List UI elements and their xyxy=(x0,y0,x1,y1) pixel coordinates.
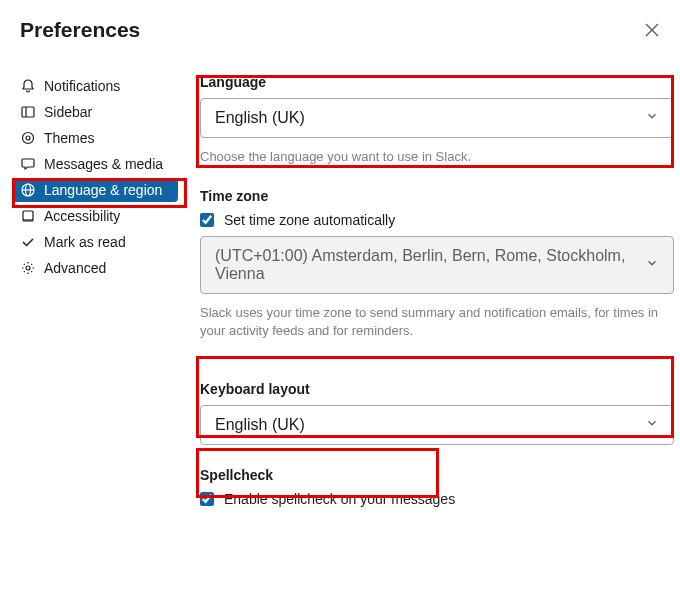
svg-point-11 xyxy=(26,266,30,270)
timezone-section: Time zone Set time zone automatically (U… xyxy=(200,188,674,340)
preferences-header: Preferences xyxy=(0,0,680,56)
gear-icon xyxy=(20,260,36,276)
spellcheck-row: Enable spellcheck on your messages xyxy=(200,491,674,507)
sidebar-item-label: Sidebar xyxy=(44,104,92,120)
sidebar-item-sidebar[interactable]: Sidebar xyxy=(12,100,178,124)
language-value: English (UK) xyxy=(215,109,305,127)
message-icon xyxy=(20,156,36,172)
sidebar-item-label: Themes xyxy=(44,130,95,146)
content-panel: Language English (UK) Choose the languag… xyxy=(190,56,680,547)
check-icon xyxy=(20,234,36,250)
spellcheck-title: Spellcheck xyxy=(200,467,674,483)
svg-point-5 xyxy=(26,136,30,140)
language-section: Language English (UK) Choose the languag… xyxy=(200,74,674,166)
svg-point-4 xyxy=(23,133,34,144)
sidebar-item-accessibility[interactable]: Accessibility xyxy=(12,204,178,228)
sidebar-item-label: Notifications xyxy=(44,78,120,94)
language-helper: Choose the language you want to use in S… xyxy=(200,148,674,166)
keyboard-value: English (UK) xyxy=(215,416,305,434)
sidebar-item-advanced[interactable]: Advanced xyxy=(12,256,178,280)
language-title: Language xyxy=(200,74,674,90)
sidebar: Notifications Sidebar Themes xyxy=(0,56,190,547)
keyboard-section: Keyboard layout English (UK) xyxy=(200,381,674,445)
timezone-value: (UTC+01:00) Amsterdam, Berlin, Bern, Rom… xyxy=(215,247,645,283)
sidebar-item-label: Accessibility xyxy=(44,208,120,224)
sidebar-item-label: Language & region xyxy=(44,182,162,198)
globe-icon xyxy=(20,182,36,198)
chevron-down-icon xyxy=(645,256,659,274)
sidebar-item-label: Mark as read xyxy=(44,234,126,250)
timezone-title: Time zone xyxy=(200,188,674,204)
bell-icon xyxy=(20,78,36,94)
sidebar-item-notifications[interactable]: Notifications xyxy=(12,74,178,98)
chevron-down-icon xyxy=(645,109,659,127)
chevron-down-icon xyxy=(645,416,659,434)
timezone-auto-row: Set time zone automatically xyxy=(200,212,674,228)
spellcheck-checkbox[interactable] xyxy=(200,492,214,506)
spellcheck-section: Spellcheck Enable spellcheck on your mes… xyxy=(200,467,674,507)
timezone-helper: Slack uses your time zone to send summar… xyxy=(200,304,674,340)
svg-rect-2 xyxy=(22,107,34,117)
keyboard-title: Keyboard layout xyxy=(200,381,674,397)
sidebar-item-language-region[interactable]: Language & region xyxy=(12,178,178,202)
sidebar-item-label: Messages & media xyxy=(44,156,163,172)
sidebar-item-messages-media[interactable]: Messages & media xyxy=(12,152,178,176)
sidebar-item-mark-as-read[interactable]: Mark as read xyxy=(12,230,178,254)
timezone-select: (UTC+01:00) Amsterdam, Berlin, Bern, Rom… xyxy=(200,236,674,294)
close-icon[interactable] xyxy=(644,22,660,38)
page-title: Preferences xyxy=(20,18,140,42)
themes-icon xyxy=(20,130,36,146)
sidebar-icon xyxy=(20,104,36,120)
timezone-auto-checkbox[interactable] xyxy=(200,213,214,227)
timezone-auto-label[interactable]: Set time zone automatically xyxy=(224,212,395,228)
sidebar-item-themes[interactable]: Themes xyxy=(12,126,178,150)
language-select[interactable]: English (UK) xyxy=(200,98,674,138)
spellcheck-label[interactable]: Enable spellcheck on your messages xyxy=(224,491,455,507)
accessibility-icon xyxy=(20,208,36,224)
sidebar-item-label: Advanced xyxy=(44,260,106,276)
keyboard-select[interactable]: English (UK) xyxy=(200,405,674,445)
